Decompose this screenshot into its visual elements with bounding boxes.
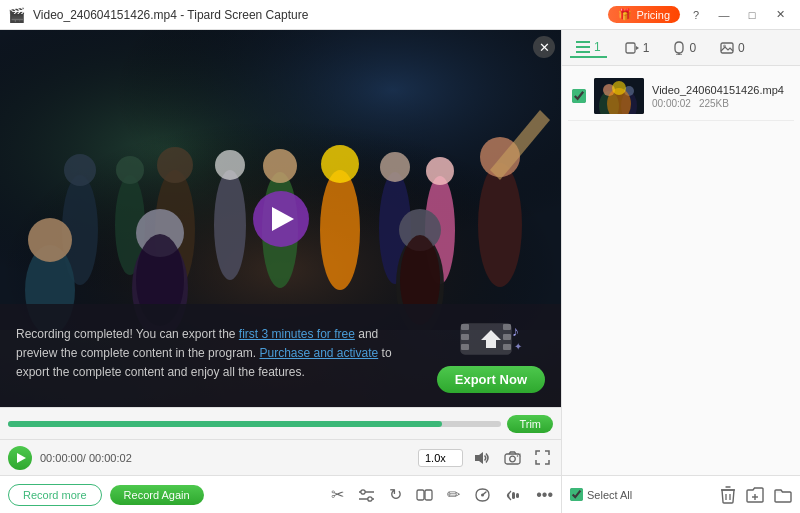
svg-point-5 [64, 154, 96, 186]
svg-rect-36 [503, 344, 511, 350]
select-all-label: Select All [587, 489, 632, 501]
free-export-link[interactable]: first 3 minutes for free [239, 327, 355, 341]
record-more-button[interactable]: Record more [8, 484, 102, 506]
export-button-box: ♪ ✦ Export Now [437, 314, 545, 393]
svg-marker-56 [636, 46, 639, 50]
play-button[interactable] [253, 191, 309, 247]
svg-point-9 [157, 147, 193, 183]
close-button[interactable]: ✕ [768, 5, 792, 25]
pricing-label: Pricing [636, 9, 670, 21]
svg-point-46 [368, 497, 372, 501]
file-list: Video_240604151426.mp4 00:00:02 225KB [562, 66, 800, 475]
tab-image[interactable]: 0 [714, 39, 751, 57]
right-action-icons [720, 485, 792, 504]
rotate-icon[interactable]: ↻ [389, 485, 402, 504]
title-bar-controls: 🎁 Pricing ? — □ ✕ [608, 5, 792, 25]
trim-button[interactable]: Trim [507, 415, 553, 433]
tab-list[interactable]: 1 [570, 38, 607, 58]
tab-list-count: 1 [594, 40, 601, 54]
video-tab-icon [625, 42, 639, 54]
speed-svg [474, 488, 491, 503]
select-all-area: Select All [570, 488, 632, 501]
tab-video[interactable]: 1 [619, 39, 656, 57]
anime-background-svg [0, 30, 561, 330]
screenshot-button[interactable] [501, 449, 524, 467]
svg-point-11 [215, 150, 245, 180]
svg-rect-54 [576, 51, 590, 53]
svg-rect-34 [503, 324, 511, 330]
pricing-button[interactable]: 🎁 Pricing [608, 6, 680, 23]
right-panel: 1 1 0 0 [561, 30, 800, 513]
bottom-action-bar: Record more Record Again ✂ ↻ ✏ [0, 475, 561, 513]
right-bottom-toolbar: Select All [562, 475, 800, 513]
play-small-icon [17, 453, 26, 463]
play-triangle-icon [272, 207, 294, 231]
svg-point-14 [320, 170, 360, 290]
notification-text: Recording completed! You can export the … [16, 325, 421, 383]
svg-point-19 [426, 157, 454, 185]
image-tab-icon [720, 42, 734, 54]
folder-svg [746, 487, 764, 503]
svg-rect-31 [461, 324, 469, 330]
file-thumbnail [594, 78, 644, 114]
audio-icon[interactable] [505, 486, 522, 504]
file-size: 225KB [699, 98, 729, 109]
svg-point-13 [263, 149, 297, 183]
svg-point-41 [510, 456, 516, 462]
export-now-button[interactable]: Export Now [437, 366, 545, 393]
total-time: 00:00:02 [89, 452, 132, 464]
more-options-icon[interactable]: ••• [536, 486, 553, 504]
window-title: Video_240604151426.mp4 - Tipard Screen C… [33, 8, 308, 22]
maximize-button[interactable]: □ [740, 5, 764, 25]
tab-audio-count: 0 [689, 41, 696, 55]
file-meta: 00:00:02 225KB [652, 98, 790, 109]
equalizer-svg [358, 488, 375, 503]
svg-rect-48 [425, 490, 432, 500]
scissors-icon[interactable]: ✂ [331, 485, 344, 504]
svg-text:✦: ✦ [514, 341, 522, 352]
app-icon: 🎬 [8, 7, 25, 23]
open-folder-icon[interactable] [774, 485, 792, 503]
notif-text-1: Recording completed! You can export the [16, 327, 239, 341]
record-again-button[interactable]: Record Again [110, 485, 204, 505]
timeline-fill [8, 421, 442, 427]
minimize-button[interactable]: — [712, 5, 736, 25]
timeline-track[interactable] [8, 421, 501, 427]
tab-image-count: 0 [738, 41, 745, 55]
open-folder-svg [774, 487, 792, 503]
file-checkbox[interactable] [572, 89, 586, 103]
notification-banner: Recording completed! You can export the … [0, 304, 561, 407]
help-button[interactable]: ? [684, 5, 708, 25]
delete-icon[interactable] [720, 485, 736, 504]
merge-svg [416, 488, 433, 503]
thumb-svg [594, 78, 644, 114]
action-icons: ✂ ↻ ✏ [331, 485, 553, 504]
svg-point-10 [214, 170, 246, 280]
svg-point-49 [481, 493, 484, 496]
tab-video-count: 1 [643, 41, 650, 55]
speed-icon[interactable] [474, 486, 491, 504]
svg-rect-52 [576, 41, 590, 43]
svg-text:♪: ♪ [512, 323, 519, 339]
add-to-folder-icon[interactable] [746, 485, 764, 503]
svg-rect-50 [512, 492, 515, 499]
svg-point-15 [321, 145, 359, 183]
svg-point-67 [612, 81, 626, 95]
edit-icon[interactable]: ✏ [447, 485, 460, 504]
speed-selector[interactable]: 1.0x 0.5x 1.5x 2.0x [418, 449, 463, 467]
tab-audio[interactable]: 0 [667, 39, 702, 57]
video-close-button[interactable]: ✕ [533, 36, 555, 58]
svg-rect-33 [461, 344, 469, 350]
merge-icon[interactable] [416, 486, 433, 504]
select-all-checkbox[interactable] [570, 488, 583, 501]
play-small-button[interactable] [8, 446, 32, 470]
list-tab-icon [576, 41, 590, 53]
purchase-link[interactable]: Purchase and activate [259, 346, 378, 360]
left-panel: ✕ Recording completed! You can export th… [0, 30, 561, 513]
svg-point-7 [116, 156, 144, 184]
fullscreen-button[interactable] [532, 448, 553, 467]
adjust-icon[interactable] [358, 486, 375, 504]
svg-point-42 [517, 455, 519, 457]
volume-button[interactable] [471, 449, 493, 467]
right-tabs: 1 1 0 0 [562, 30, 800, 66]
